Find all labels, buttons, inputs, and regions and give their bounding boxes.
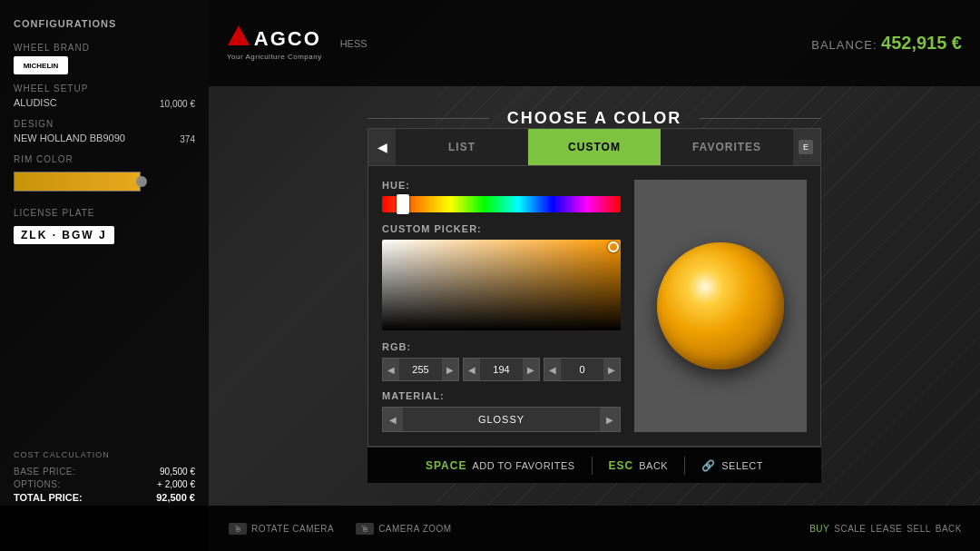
total-price-row: TOTAL PRICE: 92,500 €: [14, 492, 195, 503]
rim-color-label: RIM COLOR: [14, 154, 195, 164]
tab-prev-button[interactable]: ◀: [368, 129, 396, 165]
price-section-title: COST CALCULATION: [14, 450, 195, 459]
agco-header: AGCO Your Agriculture Company HESS BALAN…: [209, 0, 980, 86]
rim-color-dot: [136, 176, 147, 187]
wheel-setup-label: WHEEL SETUP: [14, 84, 195, 93]
hess-label: HESS: [340, 38, 368, 49]
status-bar: 🖱 ROTATE CAMERA 🖱 CAMERA ZOOM BUY SCALE …: [0, 506, 980, 551]
rotate-camera-item: 🖱 ROTATE CAMERA: [218, 523, 345, 535]
tab-list[interactable]: LIST: [396, 129, 528, 165]
configurations-title: CONFIGURATIONS: [14, 18, 195, 29]
rgb-red-dec[interactable]: ◀: [383, 359, 399, 380]
action-esc[interactable]: ESC BACK: [593, 448, 685, 483]
base-price-amount: 90,500 €: [160, 467, 195, 477]
camera-zoom-item: 🖱 CAMERA ZOOM: [345, 523, 463, 535]
title-line-right: [700, 118, 821, 119]
material-select[interactable]: ◀ GLOSSY ▶: [382, 407, 621, 432]
balance-label: BALANCE:: [811, 38, 877, 52]
options-price-row: OPTIONS: + 2,000 €: [14, 479, 195, 489]
price-section: COST CALCULATION BASE PRICE: 90,500 € OP…: [14, 450, 195, 506]
zoom-label: CAMERA ZOOM: [378, 524, 452, 534]
sell-label[interactable]: SELL: [906, 524, 930, 534]
rgb-green-field: ◀ 194 ▶: [463, 358, 540, 381]
dialog-body: HUE: CUSTOM PICKER: RGB: ◀ 255 ▶: [368, 166, 820, 446]
agco-text: AGCO: [254, 27, 321, 51]
wheel-setup-cost: 10,000 €: [160, 99, 195, 109]
agco-sub: Your Agriculture Company: [227, 53, 322, 61]
tab-favorites[interactable]: FAVORITES: [661, 129, 793, 165]
agco-logo: AGCO Your Agriculture Company: [227, 25, 322, 61]
material-next[interactable]: ▶: [600, 408, 620, 431]
rgb-inputs: ◀ 255 ▶ ◀ 194 ▶ ◀ 0 ▶: [382, 358, 621, 381]
options-price-amount: + 2,000 €: [157, 479, 195, 489]
hue-slider[interactable]: [382, 196, 621, 212]
base-price-label: BASE PRICE:: [14, 467, 75, 477]
hue-thumb: [397, 194, 409, 214]
material-label: MATERIAL:: [382, 390, 621, 401]
back-label: BACK: [639, 460, 668, 471]
color-preview-sphere: [657, 242, 784, 369]
design-name: NEW HOLLAND BB9090: [14, 133, 125, 143]
total-price-amount: 92,500 €: [156, 492, 195, 503]
rim-color-swatch[interactable]: [14, 172, 141, 192]
balance-amount: 452,915 €: [881, 33, 962, 53]
left-panel: CONFIGURATIONS WHEEL BRAND MICHELIN WHEE…: [0, 0, 209, 551]
add-to-favorites-label: ADD TO FAVORITES: [472, 460, 574, 471]
rgb-blue-dec[interactable]: ◀: [544, 359, 561, 380]
michelin-logo: MICHELIN: [14, 56, 68, 74]
color-picker-box[interactable]: [382, 240, 621, 330]
zoom-key: 🖱: [356, 523, 374, 535]
action-select[interactable]: 🔗 SELECT: [685, 448, 779, 483]
rgb-green-inc[interactable]: ▶: [523, 359, 539, 380]
space-key: SPACE: [426, 459, 466, 472]
title-line-left: [368, 118, 489, 119]
options-label: OPTIONS:: [14, 479, 61, 489]
tab-bar: ◀ LIST CUSTOM FAVORITES ▶ E: [368, 129, 820, 166]
status-right: 🖱 ROTATE CAMERA 🖱 CAMERA ZOOM BUY SCALE …: [209, 523, 980, 535]
tab-custom[interactable]: CUSTOM: [528, 129, 661, 165]
license-plate: ZLK · BGW J: [14, 226, 114, 244]
buy-label[interactable]: BUY: [809, 524, 829, 534]
license-plate-label: LICENSE PLATE: [14, 208, 195, 218]
picker-cursor: [608, 241, 619, 252]
preview-area: [634, 180, 807, 432]
rotate-label: ROTATE CAMERA: [251, 524, 334, 534]
wheel-brand-label: WHEEL BRAND: [14, 43, 195, 53]
wheel-setup-name: ALUDISC: [14, 97, 57, 108]
base-price-row: BASE PRICE: 90,500 €: [14, 467, 195, 477]
dialog-overlay: CHOOSE A COLOR ◀ LIST CUSTOM FAVORITES ▶…: [209, 86, 980, 506]
link-icon: 🔗: [701, 459, 716, 472]
hue-label: HUE:: [382, 180, 621, 191]
action-space[interactable]: SPACE ADD TO FAVORITES: [409, 448, 592, 483]
balance-area: BALANCE: 452,915 €: [811, 33, 962, 54]
custom-picker-label: CUSTOM PICKER:: [382, 223, 621, 234]
color-dialog: ◀ LIST CUSTOM FAVORITES ▶ E HUE: CUSTOM …: [368, 128, 821, 447]
picker-left: HUE: CUSTOM PICKER: RGB: ◀ 255 ▶: [382, 180, 621, 432]
e-badge: E: [799, 140, 813, 154]
rgb-green-dec[interactable]: ◀: [464, 359, 480, 380]
dialog-title: CHOOSE A COLOR: [489, 109, 701, 128]
material-prev[interactable]: ◀: [383, 408, 403, 431]
rgb-label: RGB:: [382, 341, 621, 352]
rgb-red-value: 255: [399, 364, 442, 375]
rotate-key: 🖱: [229, 523, 247, 535]
design-code: 374: [180, 134, 195, 144]
scale-label[interactable]: SCALE: [834, 524, 866, 534]
rgb-blue-field: ◀ 0 ▶: [544, 358, 621, 381]
sphere-container: [648, 233, 793, 379]
rgb-red-inc[interactable]: ▶: [442, 359, 458, 380]
rgb-red-field: ◀ 255 ▶: [382, 358, 459, 381]
dialog-title-wrapper: CHOOSE A COLOR: [368, 109, 821, 128]
rgb-blue-inc[interactable]: ▶: [603, 359, 620, 380]
material-value: GLOSSY: [403, 414, 600, 425]
design-label: DESIGN: [14, 119, 195, 129]
esc-key: ESC: [609, 459, 634, 472]
dialog-action-bar: SPACE ADD TO FAVORITES ESC BACK 🔗 SELECT: [368, 447, 821, 483]
status-back-label[interactable]: BACK: [936, 524, 962, 534]
lease-label[interactable]: LEASE: [871, 524, 903, 534]
total-label: TOTAL PRICE:: [14, 492, 83, 503]
select-label: SELECT: [721, 460, 763, 471]
rgb-blue-value: 0: [561, 364, 603, 375]
rgb-green-value: 194: [480, 364, 523, 375]
